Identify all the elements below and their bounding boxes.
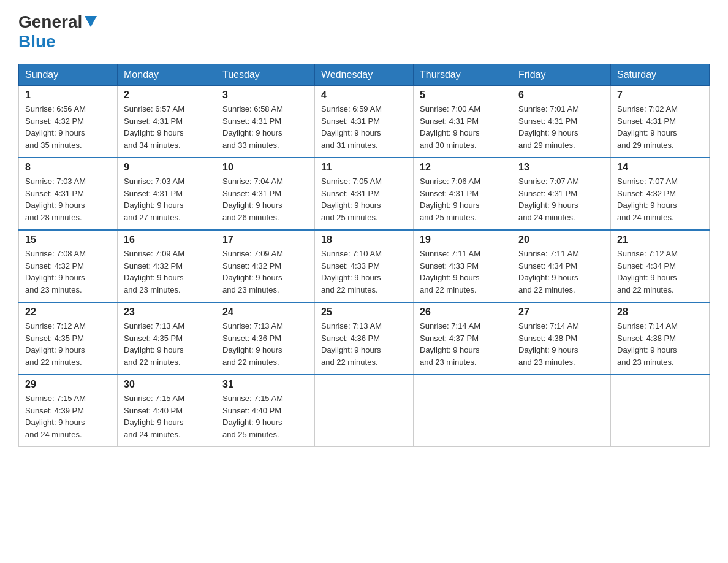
day-info: Sunrise: 7:11 AM Sunset: 4:33 PM Dayligh… (420, 248, 506, 296)
daylight-label: Daylight: 9 hours (617, 273, 677, 282)
day-info: Sunrise: 7:06 AM Sunset: 4:31 PM Dayligh… (420, 175, 506, 223)
sunset-label: Sunset: 4:37 PM (420, 334, 479, 343)
daylight-label: Daylight: 9 hours (518, 201, 578, 210)
calendar-cell: 18 Sunrise: 7:10 AM Sunset: 4:33 PM Dayl… (315, 230, 414, 302)
sunrise-label: Sunrise: 6:57 AM (124, 104, 184, 113)
calendar-cell: 31 Sunrise: 7:15 AM Sunset: 4:40 PM Dayl… (216, 375, 315, 447)
daylight-label: Daylight: 9 hours (321, 345, 381, 354)
day-number: 13 (518, 162, 604, 173)
calendar-cell: 9 Sunrise: 7:03 AM Sunset: 4:31 PM Dayli… (118, 158, 216, 230)
sunrise-label: Sunrise: 7:13 AM (124, 321, 184, 331)
sunset-label: Sunset: 4:31 PM (222, 117, 281, 126)
daylight-minutes: and 22 minutes. (25, 358, 82, 367)
sunrise-label: Sunrise: 7:08 AM (25, 249, 86, 258)
day-number: 7 (617, 90, 703, 101)
calendar-cell: 8 Sunrise: 7:03 AM Sunset: 4:31 PM Dayli… (19, 158, 118, 230)
calendar-cell: 6 Sunrise: 7:01 AM Sunset: 4:31 PM Dayli… (512, 86, 611, 158)
day-number: 3 (222, 90, 308, 101)
calendar-cell: 15 Sunrise: 7:08 AM Sunset: 4:32 PM Dayl… (19, 230, 118, 302)
calendar-cell: 28 Sunrise: 7:14 AM Sunset: 4:38 PM Dayl… (611, 302, 710, 375)
day-info: Sunrise: 6:58 AM Sunset: 4:31 PM Dayligh… (222, 103, 308, 151)
calendar-cell: 12 Sunrise: 7:06 AM Sunset: 4:31 PM Dayl… (414, 158, 512, 230)
sunrise-label: Sunrise: 7:07 AM (518, 177, 579, 186)
daylight-minutes: and 23 minutes. (617, 358, 674, 367)
daylight-label: Daylight: 9 hours (25, 345, 85, 354)
daylight-label: Daylight: 9 hours (124, 128, 184, 137)
day-info: Sunrise: 6:56 AM Sunset: 4:32 PM Dayligh… (25, 103, 111, 151)
sunrise-label: Sunrise: 7:11 AM (420, 249, 480, 258)
day-number: 2 (124, 90, 210, 101)
calendar-cell: 21 Sunrise: 7:12 AM Sunset: 4:34 PM Dayl… (611, 230, 710, 302)
day-number: 28 (617, 307, 703, 318)
sunset-label: Sunset: 4:33 PM (420, 261, 479, 270)
daylight-minutes: and 22 minutes. (321, 358, 378, 367)
sunrise-label: Sunrise: 7:15 AM (124, 394, 184, 403)
calendar-cell: 2 Sunrise: 6:57 AM Sunset: 4:31 PM Dayli… (118, 86, 216, 158)
sunset-label: Sunset: 4:39 PM (25, 406, 84, 415)
calendar-cell: 23 Sunrise: 7:13 AM Sunset: 4:35 PM Dayl… (118, 302, 216, 375)
calendar-cell: 13 Sunrise: 7:07 AM Sunset: 4:31 PM Dayl… (512, 158, 611, 230)
day-info: Sunrise: 7:09 AM Sunset: 4:32 PM Dayligh… (124, 248, 210, 296)
daylight-label: Daylight: 9 hours (518, 273, 578, 282)
day-info: Sunrise: 7:07 AM Sunset: 4:31 PM Dayligh… (518, 175, 604, 223)
daylight-label: Daylight: 9 hours (124, 418, 184, 427)
day-info: Sunrise: 7:04 AM Sunset: 4:31 PM Dayligh… (222, 175, 308, 223)
daylight-minutes: and 31 minutes. (321, 140, 378, 150)
day-number: 1 (25, 90, 111, 101)
daylight-minutes: and 28 minutes. (25, 213, 82, 222)
sunrise-label: Sunrise: 7:11 AM (518, 249, 579, 258)
day-number: 20 (518, 234, 604, 245)
day-number: 14 (617, 162, 703, 173)
calendar-cell: 24 Sunrise: 7:13 AM Sunset: 4:36 PM Dayl… (216, 302, 315, 375)
sunrise-label: Sunrise: 7:12 AM (617, 249, 678, 258)
daylight-minutes: and 23 minutes. (518, 358, 575, 367)
daylight-label: Daylight: 9 hours (617, 201, 677, 210)
daylight-label: Daylight: 9 hours (222, 128, 282, 137)
daylight-minutes: and 23 minutes. (420, 358, 477, 367)
sunset-label: Sunset: 4:32 PM (25, 261, 84, 270)
calendar-cell: 25 Sunrise: 7:13 AM Sunset: 4:36 PM Dayl… (315, 302, 414, 375)
day-number: 31 (222, 379, 308, 390)
day-number: 5 (420, 90, 506, 101)
sunrise-label: Sunrise: 7:13 AM (321, 321, 382, 331)
daylight-minutes: and 29 minutes. (518, 140, 575, 150)
sunrise-label: Sunrise: 7:02 AM (617, 104, 678, 113)
daylight-minutes: and 24 minutes. (124, 430, 181, 439)
calendar-cell: 14 Sunrise: 7:07 AM Sunset: 4:32 PM Dayl… (611, 158, 710, 230)
sunset-label: Sunset: 4:32 PM (617, 189, 676, 198)
sunrise-label: Sunrise: 7:14 AM (518, 321, 579, 331)
daylight-label: Daylight: 9 hours (617, 128, 677, 137)
sunset-label: Sunset: 4:31 PM (124, 189, 183, 198)
calendar-cell: 16 Sunrise: 7:09 AM Sunset: 4:32 PM Dayl… (118, 230, 216, 302)
daylight-minutes: and 25 minutes. (321, 213, 378, 222)
day-number: 16 (124, 234, 210, 245)
day-number: 9 (124, 162, 210, 173)
sunset-label: Sunset: 4:31 PM (420, 189, 479, 198)
calendar-cell: 5 Sunrise: 7:00 AM Sunset: 4:31 PM Dayli… (414, 86, 512, 158)
sunrise-label: Sunrise: 7:03 AM (124, 177, 184, 186)
weekday-header-thursday: Thursday (414, 64, 512, 86)
daylight-label: Daylight: 9 hours (321, 273, 381, 282)
daylight-minutes: and 35 minutes. (25, 140, 82, 150)
weekday-header-row: SundayMondayTuesdayWednesdayThursdayFrid… (19, 64, 710, 86)
sunrise-label: Sunrise: 7:05 AM (321, 177, 382, 186)
calendar-cell (611, 375, 710, 447)
day-number: 24 (222, 307, 308, 318)
day-info: Sunrise: 7:09 AM Sunset: 4:32 PM Dayligh… (222, 248, 308, 296)
sunrise-label: Sunrise: 7:15 AM (25, 394, 86, 403)
day-info: Sunrise: 6:57 AM Sunset: 4:31 PM Dayligh… (124, 103, 210, 151)
calendar-cell: 11 Sunrise: 7:05 AM Sunset: 4:31 PM Dayl… (315, 158, 414, 230)
calendar-cell (315, 375, 414, 447)
calendar-cell: 29 Sunrise: 7:15 AM Sunset: 4:39 PM Dayl… (19, 375, 118, 447)
calendar-cell: 3 Sunrise: 6:58 AM Sunset: 4:31 PM Dayli… (216, 86, 315, 158)
weekday-header-sunday: Sunday (19, 64, 118, 86)
weekday-header-monday: Monday (118, 64, 216, 86)
daylight-minutes: and 25 minutes. (420, 213, 477, 222)
calendar-cell: 27 Sunrise: 7:14 AM Sunset: 4:38 PM Dayl… (512, 302, 611, 375)
page-header: General Blue (18, 12, 710, 52)
sunset-label: Sunset: 4:36 PM (321, 334, 380, 343)
daylight-minutes: and 22 minutes. (222, 358, 279, 367)
day-info: Sunrise: 7:15 AM Sunset: 4:39 PM Dayligh… (25, 393, 111, 440)
daylight-minutes: and 23 minutes. (124, 285, 181, 294)
sunset-label: Sunset: 4:32 PM (124, 261, 183, 270)
